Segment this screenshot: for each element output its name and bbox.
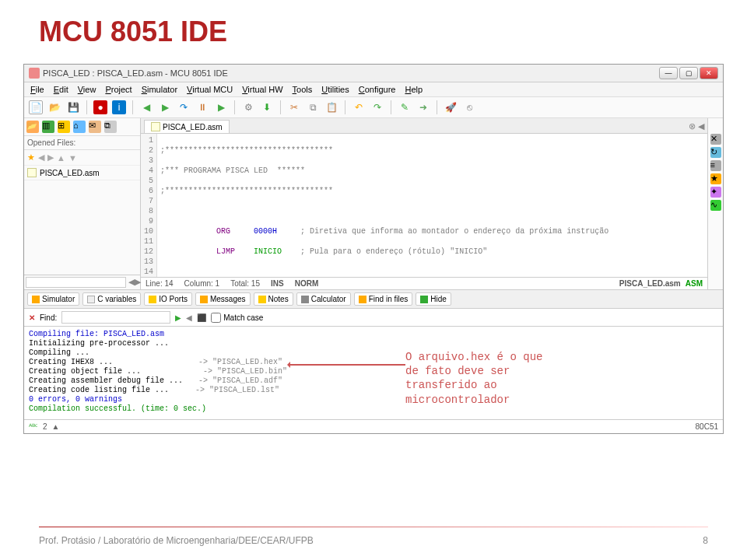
build-icon[interactable]: ⬇ xyxy=(260,100,274,114)
new-icon[interactable]: 📄 xyxy=(29,100,43,114)
menu-file[interactable]: File xyxy=(30,85,44,94)
panel-search-input[interactable] xyxy=(26,277,126,288)
rb-favorite-icon[interactable]: ★ xyxy=(710,173,721,184)
asm-file-icon xyxy=(27,168,37,177)
abc-icon[interactable]: ᴬᴮᶜ xyxy=(29,422,38,431)
menu-view[interactable]: View xyxy=(78,85,96,94)
panel-add-icon[interactable]: ⊞ xyxy=(58,121,70,133)
rb-close-icon[interactable]: ✕ xyxy=(710,134,721,145)
panel-home-icon[interactable]: ⌂ xyxy=(73,121,86,133)
menu-help[interactable]: Help xyxy=(405,85,423,94)
titlebar: PISCA_LED : PISCA_LED.asm - MCU 8051 IDE… xyxy=(24,65,723,82)
btab-ioports[interactable]: IO Ports xyxy=(144,292,192,306)
find-hl-icon[interactable]: ⬛ xyxy=(197,313,206,322)
footer-up-icon[interactable]: ▲ xyxy=(52,422,60,431)
match-case-checkbox[interactable] xyxy=(211,313,221,323)
status-norm: NORM xyxy=(295,279,319,288)
rb-chart-icon[interactable]: ∿ xyxy=(710,200,721,211)
menu-project[interactable]: Project xyxy=(105,85,132,94)
go-icon[interactable]: ➜ xyxy=(416,100,430,114)
rb-refresh-icon[interactable]: ↻ xyxy=(710,147,721,158)
undo-icon[interactable]: ↶ xyxy=(352,100,366,114)
panel-mail-icon[interactable]: ✉ xyxy=(89,121,101,133)
file-entry[interactable]: PISCA_LED.asm xyxy=(24,166,140,180)
find-input[interactable] xyxy=(61,311,170,324)
nav-down-icon[interactable]: ▼ xyxy=(68,153,77,163)
file-name: PISCA_LED.asm xyxy=(40,169,100,177)
maximize-button[interactable]: ▢ xyxy=(679,67,698,79)
out-line: 0 errors, 0 warnings xyxy=(29,395,718,404)
menu-virtual-mcu[interactable]: Virtual MCU xyxy=(187,85,233,94)
rb-settings-icon[interactable]: ✦ xyxy=(710,187,721,198)
btab-notes[interactable]: Notes xyxy=(254,292,293,306)
panel-copy-icon[interactable]: ⧉ xyxy=(104,121,117,133)
callout-text: O arquivo.hex é o que de fato deve ser t… xyxy=(405,350,545,407)
code-area[interactable]: 123456789101112131415 ;*****************… xyxy=(141,134,707,277)
forward-icon[interactable]: ▶ xyxy=(158,100,172,114)
cut-icon[interactable]: ✂ xyxy=(287,100,301,114)
out-line: Initializing pre-processor ... xyxy=(29,339,718,348)
status-col: Column: 1 xyxy=(184,279,220,288)
find-next-icon[interactable]: ▶ xyxy=(175,313,181,322)
editor-statusbar: Line: 14 Column: 1 Total: 15 INS NORM PI… xyxy=(141,277,707,289)
exit-icon[interactable]: ⎋ xyxy=(462,100,476,114)
status-mode: ASM xyxy=(686,279,703,288)
edit-icon[interactable]: ✎ xyxy=(398,100,412,114)
find-label: Find: xyxy=(40,313,57,322)
save-icon[interactable]: 💾 xyxy=(66,100,80,114)
info-icon[interactable]: i xyxy=(112,100,126,114)
menu-edit[interactable]: Edit xyxy=(54,85,68,94)
menu-simulator[interactable]: Simulator xyxy=(142,85,177,94)
copy-icon[interactable]: ⧉ xyxy=(306,100,320,114)
btab-cvars[interactable]: C variables xyxy=(82,292,141,306)
left-panel: 📂 ▥ ⊞ ⌂ ✉ ⧉ Opened Files: ★ ◀ ▶ ▲ ▼ PISC… xyxy=(24,118,141,289)
find-close-icon[interactable]: ✕ xyxy=(29,313,35,322)
btab-simulator[interactable]: Simulator xyxy=(27,292,79,306)
btab-calc[interactable]: Calculator xyxy=(296,292,351,306)
play-icon[interactable]: ▶ xyxy=(214,100,228,114)
star-icon[interactable]: ★ xyxy=(27,152,35,163)
btab-findfiles[interactable]: Find in files xyxy=(354,292,413,306)
nav-left-icon[interactable]: ◀ xyxy=(38,152,44,163)
out-line: Creating code listing file ...-> "PISCA_… xyxy=(29,386,718,395)
tab-file-icon xyxy=(151,122,160,131)
main-toolbar: 📄 📂 💾 ● i ◀ ▶ ↷ ⏸ ▶ ⚙ ⬇ ✂ ⧉ 📋 ↶ ↷ ✎ ➜ 🚀 … xyxy=(24,97,723,118)
close-button[interactable]: ✕ xyxy=(700,67,718,79)
open-icon[interactable]: 📂 xyxy=(47,100,61,114)
find-prev-icon[interactable]: ◀ xyxy=(186,313,192,322)
app-window: PISCA_LED : PISCA_LED.asm - MCU 8051 IDE… xyxy=(23,64,724,434)
status-ins: INS xyxy=(271,279,284,288)
back-icon[interactable]: ◀ xyxy=(139,100,153,114)
menu-utilities[interactable]: Utilities xyxy=(321,85,349,94)
page-footer: Prof. Protásio / Laboratório de Microeng… xyxy=(39,535,708,546)
nav-up-icon[interactable]: ▲ xyxy=(57,153,65,163)
rocket-icon[interactable]: 🚀 xyxy=(444,100,458,114)
btab-hide[interactable]: Hide xyxy=(416,292,451,306)
menu-virtual-hw[interactable]: Virtual HW xyxy=(242,85,282,94)
rb-list-icon[interactable]: ≡ xyxy=(710,160,721,171)
pause-icon[interactable]: ⏸ xyxy=(195,100,209,114)
gear-icon[interactable]: ⚙ xyxy=(241,100,255,114)
editor-tab[interactable]: PISCA_LED.asm xyxy=(144,120,230,133)
opened-files-label: Opened Files: xyxy=(24,136,140,150)
out-line: Creating IHEX8 ...-> "PISCA_LED.hex" xyxy=(29,358,718,367)
menu-tools[interactable]: Tools xyxy=(293,85,313,94)
find-bar: ✕ Find: ▶ ◀ ⬛ Match case xyxy=(24,308,723,326)
footer-pagenum: 8 xyxy=(703,535,708,546)
panel-panel-icon[interactable]: ▥ xyxy=(42,121,54,133)
footer-author: Prof. Protásio / Laboratório de Microeng… xyxy=(39,535,314,546)
out-line: Creating assembler debug file ...-> "PIS… xyxy=(29,376,718,386)
stop-icon[interactable]: ● xyxy=(93,100,107,114)
menu-configure[interactable]: Configure xyxy=(359,85,396,94)
minimize-button[interactable]: — xyxy=(659,67,678,79)
tab-prev-icon[interactable]: ◀ xyxy=(698,121,704,131)
redo-icon[interactable]: ↷ xyxy=(370,100,384,114)
code-lines[interactable]: ;************************************ ;*… xyxy=(157,134,707,277)
panel-open-icon[interactable]: 📂 xyxy=(26,121,39,133)
paste-icon[interactable]: 📋 xyxy=(324,100,338,114)
status-total: Total: 15 xyxy=(230,279,260,288)
tab-close-icon[interactable]: ⊗ xyxy=(689,121,696,131)
step-icon[interactable]: ↷ xyxy=(177,100,191,114)
btab-messages[interactable]: Messages xyxy=(195,292,251,306)
nav-right-icon[interactable]: ▶ xyxy=(47,152,54,163)
